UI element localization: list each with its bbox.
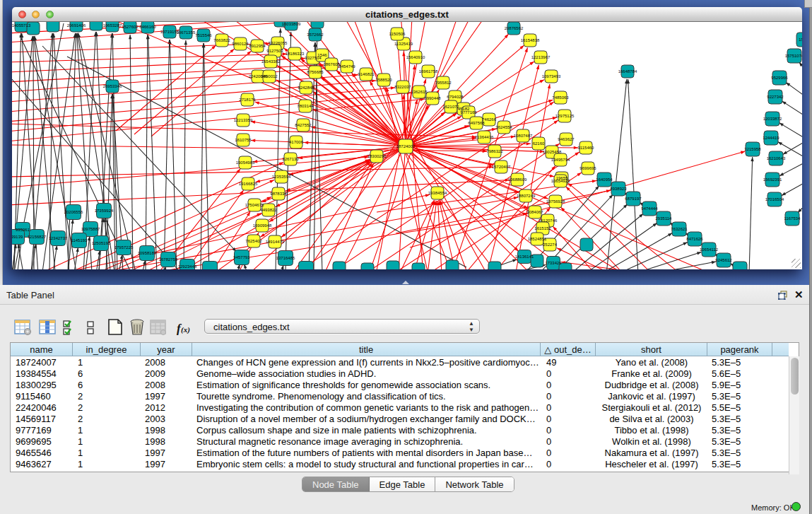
svg-text:10973493: 10973493 (542, 74, 561, 78)
svg-text:1527602: 1527602 (122, 25, 139, 29)
svg-text:10654923: 10654923 (551, 179, 570, 183)
svg-text:9146821: 9146821 (358, 72, 375, 76)
svg-text:9529966: 9529966 (771, 76, 788, 80)
svg-text:2867608: 2867608 (323, 62, 340, 66)
svg-text:1167534: 1167534 (784, 216, 801, 221)
svg-text:1517: 1517 (799, 37, 802, 42)
svg-text:12923448: 12923448 (178, 264, 197, 269)
svg-text:8912954: 8912954 (249, 44, 266, 48)
svg-text:9115460: 9115460 (578, 146, 595, 150)
svg-text:7955812: 7955812 (435, 81, 452, 85)
svg-text:15751074: 15751074 (785, 54, 802, 58)
svg-text:8471626: 8471626 (686, 237, 703, 241)
svg-text:12213967: 12213967 (531, 55, 551, 59)
svg-text:1362615: 1362615 (411, 90, 428, 94)
svg-text:19384554: 19384554 (428, 191, 447, 195)
svg-text:10975887: 10975887 (81, 227, 100, 231)
svg-text:12353594: 12353594 (272, 175, 291, 179)
svg-text:746266: 746266 (482, 117, 497, 122)
svg-text:16543382: 16543382 (261, 59, 281, 64)
svg-text:6466160: 6466160 (139, 25, 156, 29)
svg-text:8938923: 8938923 (610, 187, 627, 191)
svg-text:4493822: 4493822 (260, 208, 277, 212)
svg-text:8322037: 8322037 (394, 85, 411, 89)
svg-text:1640954: 1640954 (596, 177, 613, 182)
svg-text:18807249: 18807249 (517, 194, 536, 198)
svg-text:16782759: 16782759 (159, 257, 178, 262)
svg-text:19756928: 19756928 (546, 199, 565, 204)
svg-text:935061: 935061 (16, 228, 30, 232)
svg-text:9245612: 9245612 (715, 258, 732, 262)
svg-text:8427552: 8427552 (295, 123, 312, 127)
svg-text:9463627: 9463627 (558, 137, 575, 141)
svg-text:13495794: 13495794 (551, 158, 570, 162)
svg-text:20691406: 20691406 (67, 23, 86, 28)
svg-text:6990448: 6990448 (424, 96, 441, 100)
svg-text:7803144: 7803144 (297, 104, 314, 108)
svg-text:16120746: 16120746 (539, 218, 558, 223)
svg-text:20206556: 20206556 (64, 210, 83, 214)
svg-text:3624554: 3624554 (495, 125, 512, 129)
svg-text:9699695: 9699695 (579, 166, 596, 170)
svg-text:9860124: 9860124 (232, 42, 249, 46)
svg-text:8756685: 8756685 (307, 70, 324, 74)
svg-text:18186323: 18186323 (286, 52, 305, 56)
svg-text:21364436: 21364436 (475, 135, 494, 139)
svg-text:20876562: 20876562 (505, 26, 524, 30)
svg-text:10671355: 10671355 (177, 30, 196, 35)
svg-text:12156827: 12156827 (28, 235, 47, 239)
svg-text:16154838: 16154838 (521, 38, 540, 42)
svg-text:12213359: 12213359 (234, 118, 253, 122)
svg-text:18524851: 18524851 (528, 237, 547, 241)
svg-text:3215958: 3215958 (744, 147, 761, 151)
svg-text:10654112: 10654112 (700, 247, 719, 252)
svg-text:10688609: 10688609 (508, 177, 527, 182)
svg-text:16909948: 16909948 (253, 223, 272, 228)
svg-text:7663822: 7663822 (213, 38, 230, 42)
svg-text:14914479: 14914479 (266, 240, 285, 244)
svg-text:12342737: 12342737 (49, 236, 68, 240)
svg-text:10025458: 10025458 (543, 150, 562, 154)
svg-text:15640910: 15640910 (406, 55, 425, 59)
svg-text:1610755: 1610755 (235, 138, 252, 142)
svg-text:7632621: 7632621 (671, 227, 688, 231)
svg-text:19054985: 19054985 (236, 160, 255, 165)
svg-text:7515546: 7515546 (195, 33, 212, 37)
svg-text:7485063: 7485063 (552, 95, 569, 100)
svg-text:9127503: 9127503 (266, 49, 283, 53)
svg-text:9084067: 9084067 (526, 210, 543, 214)
svg-text:9878334: 9878334 (270, 192, 287, 196)
svg-text:9242848: 9242848 (298, 86, 314, 90)
svg-text:16210643: 16210643 (767, 156, 786, 160)
svg-text:3267130: 3267130 (282, 157, 299, 161)
svg-text:17957225: 17957225 (114, 245, 134, 250)
svg-text:18724007: 18724007 (396, 144, 416, 148)
svg-text:6794028: 6794028 (447, 95, 464, 99)
svg-text:19166825: 19166825 (239, 182, 258, 186)
svg-text:9457791: 9457791 (233, 255, 250, 259)
svg-text:10958187: 10958187 (138, 251, 157, 255)
svg-text:53226055: 53226055 (269, 41, 288, 45)
svg-text:1546: 1546 (317, 53, 327, 57)
svg-text:12033872: 12033872 (763, 117, 782, 121)
svg-text:252274: 252274 (543, 243, 558, 247)
svg-text:26953346: 26953346 (103, 84, 122, 88)
svg-text:417006: 417006 (289, 140, 304, 144)
svg-text:9890012: 9890012 (261, 74, 278, 78)
svg-text:3572662: 3572662 (307, 33, 324, 37)
svg-text:9474444: 9474444 (641, 206, 658, 211)
svg-text:9777169: 9777169 (460, 110, 477, 115)
svg-text:12505195: 12505195 (92, 241, 111, 245)
svg-text:16961758: 16961758 (419, 69, 438, 74)
svg-text:17504675: 17504675 (245, 203, 264, 207)
svg-text:6879197: 6879197 (625, 197, 642, 201)
svg-text:62160: 62160 (533, 141, 545, 146)
svg-text:12975125: 12975125 (555, 114, 575, 118)
svg-text:13716485: 13716485 (276, 256, 295, 260)
svg-text:7625402: 7625402 (245, 239, 262, 243)
svg-text:1615152: 1615152 (534, 226, 551, 230)
svg-text:(x): (x) (181, 325, 190, 334)
svg-text:15692391: 15692391 (763, 177, 782, 182)
svg-text:10653287: 10653287 (103, 23, 122, 28)
svg-text:1244419: 1244419 (763, 136, 779, 140)
